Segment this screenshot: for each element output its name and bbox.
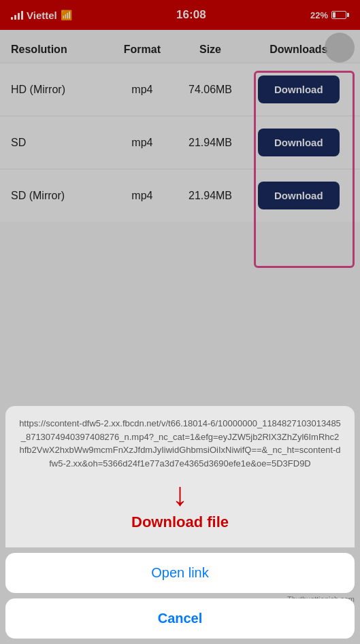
cancel-button[interactable]: Cancel bbox=[5, 598, 355, 639]
arrow-container: ↓ bbox=[19, 478, 341, 511]
url-text: https://scontent-dfw5-2.xx.fbcdn.net/v/t… bbox=[19, 417, 341, 470]
arrow-down-icon: ↓ bbox=[172, 478, 189, 511]
cancel-sheet: Cancel bbox=[5, 598, 355, 639]
bottom-sheet: https://scontent-dfw5-2.xx.fbcdn.net/v/t… bbox=[0, 406, 360, 644]
open-link-button[interactable]: Open link bbox=[5, 553, 355, 593]
download-file-label[interactable]: Download file bbox=[19, 513, 341, 531]
action-sheet: Open link bbox=[5, 553, 355, 593]
url-preview-box: https://scontent-dfw5-2.xx.fbcdn.net/v/t… bbox=[5, 406, 355, 547]
